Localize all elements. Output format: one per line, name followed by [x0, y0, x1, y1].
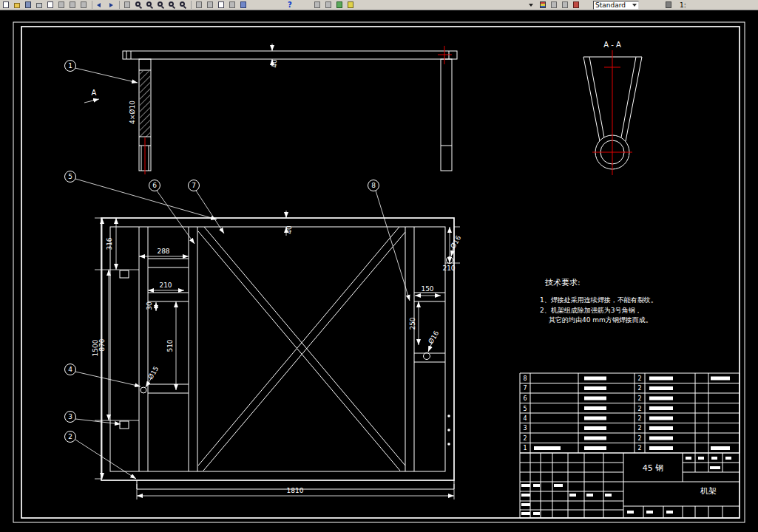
new-file-icon[interactable] [1, 1, 11, 10]
drawing-canvas[interactable]: 40 4×Ø10 A A - A 288 [0, 10, 758, 532]
tech-notes-line1: 1、焊接处采用连续焊接，不能有裂纹。 [540, 296, 657, 304]
locate-point-icon[interactable] [228, 1, 237, 10]
linetype-icon[interactable] [561, 1, 570, 10]
dim-40-main: 40 [285, 225, 293, 234]
parts-list-table: 8 2 7 2 6 2 5 2 4 2 3 2 2 2 1 2 [520, 373, 740, 518]
list-icon[interactable] [217, 1, 226, 10]
open-file-icon[interactable] [13, 1, 22, 10]
sheet-frame [13, 22, 745, 522]
callout-6-label: 6 [152, 182, 157, 189]
layer-control-icon[interactable] [549, 1, 559, 10]
pan-icon[interactable] [123, 1, 132, 10]
dim-210-left: 210 [159, 282, 172, 289]
dim-dia15: Ø15 [146, 365, 160, 381]
parts-row-no: 7 [523, 385, 527, 392]
parts-row-qty: 2 [637, 425, 641, 432]
left-clip-lower [120, 421, 129, 429]
help-icon[interactable] [285, 1, 295, 10]
dim-top-rail-40: 40 [271, 59, 278, 68]
section-title: A - A [603, 41, 621, 49]
customize-tool-icon[interactable] [664, 1, 674, 10]
zoom-in-icon[interactable] [167, 1, 177, 10]
area-icon[interactable] [206, 1, 215, 10]
toolbar-dropdown-icon[interactable] [527, 1, 537, 10]
distance-icon[interactable] [194, 1, 204, 10]
title-block: 45 钢 机架 [520, 453, 740, 518]
left-clip-upper [120, 270, 129, 278]
dim-dia16-bottom: Ø16 [427, 330, 440, 345]
dim-250: 250 [409, 317, 416, 330]
zoom-realtime-icon[interactable] [134, 1, 143, 10]
dim-dia16-top: Ø16 [449, 234, 462, 250]
chevron-down-icon [632, 4, 637, 7]
toolbar-separator [191, 1, 192, 9]
parts-row-no: 6 [523, 395, 527, 402]
callout-1-label: 1 [68, 62, 72, 69]
front-view-dimensions: 288 210 30 510 Ø15 40 316 870 1500 210 1… [92, 211, 463, 499]
copy-icon[interactable] [68, 1, 78, 10]
dim-510: 510 [166, 339, 174, 352]
layers-icon[interactable] [538, 1, 548, 10]
tech-notes-title: 技术要求: [545, 278, 581, 287]
dim-316: 316 [106, 237, 113, 250]
dim-288: 288 [157, 248, 169, 255]
main-toolbar: Standard 1: [0, 0, 758, 10]
parts-row-qty: 2 [637, 395, 641, 402]
callout-7-label: 7 [192, 182, 196, 189]
undo-icon[interactable] [95, 1, 105, 10]
dim-1500: 1500 [92, 339, 99, 356]
callout-3-label: 3 [68, 413, 72, 420]
front-view [101, 218, 454, 489]
parts-row-qty: 2 [637, 435, 641, 442]
dim-210-right: 210 [442, 265, 455, 272]
parts-row-qty: 2 [637, 415, 641, 422]
zoom-out-icon[interactable] [178, 1, 188, 10]
hole-dia15 [141, 387, 146, 393]
callout-2-label: 2 [68, 433, 72, 440]
part-name-label: 机架 [700, 486, 717, 496]
callout-8-label: 8 [371, 182, 376, 189]
pen-settings-icon[interactable] [572, 1, 581, 10]
parts-row-qty: 2 [637, 445, 641, 451]
parts-row-no: 4 [523, 415, 527, 422]
callout-4-label: 4 [68, 366, 72, 373]
print-preview-icon[interactable] [46, 1, 55, 10]
dim-holes-4x10: 4×Ø10 [129, 100, 136, 124]
save-icon[interactable] [24, 1, 33, 10]
material-label: 45 钢 [643, 463, 664, 473]
tech-notes-line3: 其它的均由40 mm方钢焊接而成。 [549, 316, 652, 324]
zoom-window-icon[interactable] [145, 1, 155, 10]
section-mark-label: A [92, 89, 97, 97]
redraw-icon[interactable] [313, 1, 322, 10]
parts-row-no: 3 [523, 425, 527, 432]
zoom-previous-icon[interactable] [156, 1, 166, 10]
parts-row-qty: 2 [637, 406, 641, 412]
top-view: 40 4×Ø10 A [84, 44, 457, 174]
dim-30: 30 [146, 301, 153, 310]
section-view-aa: A - A [583, 41, 642, 175]
hole-dia16-bottom [424, 353, 430, 360]
cut-icon[interactable] [57, 1, 67, 10]
parts-row-no: 5 [523, 406, 527, 412]
section-arrow [84, 99, 99, 103]
toolbar-separator [119, 1, 120, 9]
redo-icon[interactable] [106, 1, 116, 10]
text-style-value: Standard [595, 1, 626, 9]
parts-row-no: 2 [523, 435, 527, 442]
scale-label: 1: [680, 1, 686, 9]
text-style-combobox[interactable]: Standard [593, 1, 639, 10]
parts-row-no: 8 [523, 375, 527, 382]
parts-row-no: 1 [523, 445, 527, 451]
swatches-icon[interactable] [346, 1, 356, 10]
paste-icon[interactable] [79, 1, 89, 10]
color-control-icon[interactable] [335, 1, 345, 10]
print-icon[interactable] [35, 1, 44, 10]
parts-row-qty: 2 [637, 375, 641, 382]
dim-1810: 1810 [287, 487, 304, 494]
tech-notes-line2: 2、机架组成除加强筋为3号角钢， [540, 307, 641, 314]
properties-icon[interactable] [239, 1, 248, 10]
parts-row-qty: 2 [637, 385, 641, 392]
named-views-icon[interactable] [324, 1, 334, 10]
dim-150: 150 [421, 285, 433, 293]
tech-notes: 技术要求: 1、焊接处采用连续焊接，不能有裂纹。 2、机架组成除加强筋为3号角钢… [540, 278, 657, 324]
